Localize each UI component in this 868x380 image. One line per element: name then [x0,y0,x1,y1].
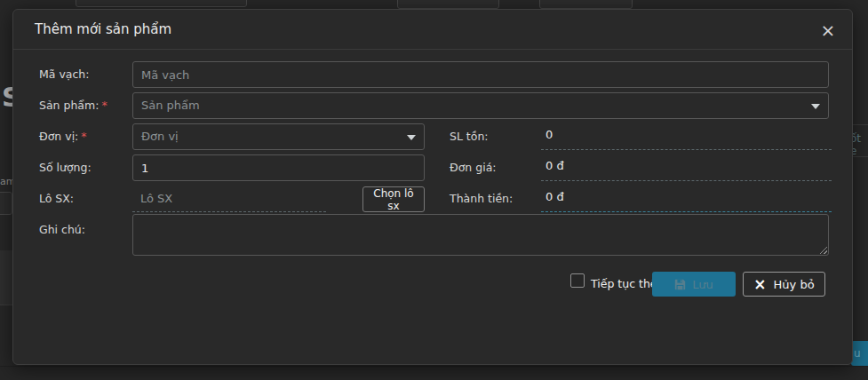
unit-price-value[interactable]: 0 đ [541,154,832,181]
bg-panel-fragment-left-lower [0,250,12,305]
chevron-down-icon [811,104,820,109]
unit-price-label: Đơn giá: [450,154,497,181]
bg-panel-fragment-left [0,192,12,215]
note-label-text: Ghi chú: [39,223,85,236]
save-floppy-icon [674,279,686,290]
bg-input-fragment-top-mid [397,0,499,9]
close-icon[interactable]: × [815,17,841,44]
barcode-label-text: Mã vạch: [39,67,89,81]
modal-header: Thêm mới sản phẩm × [13,10,852,50]
bg-table-line-2 [853,156,868,157]
total-label: Thành tiền: [450,186,513,212]
cancel-button-label: Hủy bỏ [774,278,815,291]
unit-label: Đơn vị:* [39,123,87,150]
batch-label-text: Lô SX: [39,192,74,205]
stock-value: 0 [541,123,832,150]
bg-corner-button-fragment[interactable]: u [851,341,868,366]
quantity-input[interactable] [132,154,425,181]
product-label-text: Sản phẩm: [39,99,99,112]
continue-adding-checkbox[interactable] [570,273,585,288]
barcode-label: Mã vạch: [39,61,89,88]
stock-label: SL tồn: [450,123,489,150]
bg-input-fragment-top-right [539,0,633,9]
product-select[interactable]: Sản phẩm [132,92,829,119]
unit-label-text: Đơn vị: [39,130,78,143]
required-asterisk: * [101,99,107,112]
save-button-label: Lưu [692,278,713,291]
unit-select-placeholder: Đơn vị [141,130,179,143]
bg-table-text-fragment: ốt e [850,132,868,157]
quantity-label: Số lượng: [39,154,92,181]
unit-price-label-text: Đơn giá: [450,161,497,174]
modal-title: Thêm mới sản phẩm [35,10,171,50]
unit-select[interactable]: Đơn vị [132,123,425,150]
batch-label: Lô SX: [39,186,74,212]
quantity-label-text: Số lượng: [39,161,92,174]
product-select-placeholder: Sản phẩm [141,99,200,112]
barcode-input[interactable] [132,61,829,88]
cancel-x-icon: × [753,277,766,292]
note-label: Ghi chú: [39,217,85,243]
add-product-modal: Thêm mới sản phẩm × Mã vạch: Sản phẩm:* … [12,9,853,365]
cancel-button[interactable]: × Hủy bỏ [743,272,825,297]
batch-input[interactable] [132,186,326,212]
stock-label-text: SL tồn: [450,130,489,143]
total-value: 0 đ [541,186,832,212]
required-asterisk: * [81,130,86,143]
product-label: Sản phẩm:* [39,92,108,119]
bg-input-fragment-top-left [76,0,247,7]
save-button[interactable]: Lưu [652,272,736,297]
bg-bottom-strip [0,367,868,380]
total-label-text: Thành tiền: [450,192,513,205]
choose-batch-button[interactable]: Chọn lô sx [362,186,425,212]
chevron-down-icon [407,135,416,140]
bg-table-line-1 [853,124,868,125]
note-textarea[interactable] [132,214,829,256]
